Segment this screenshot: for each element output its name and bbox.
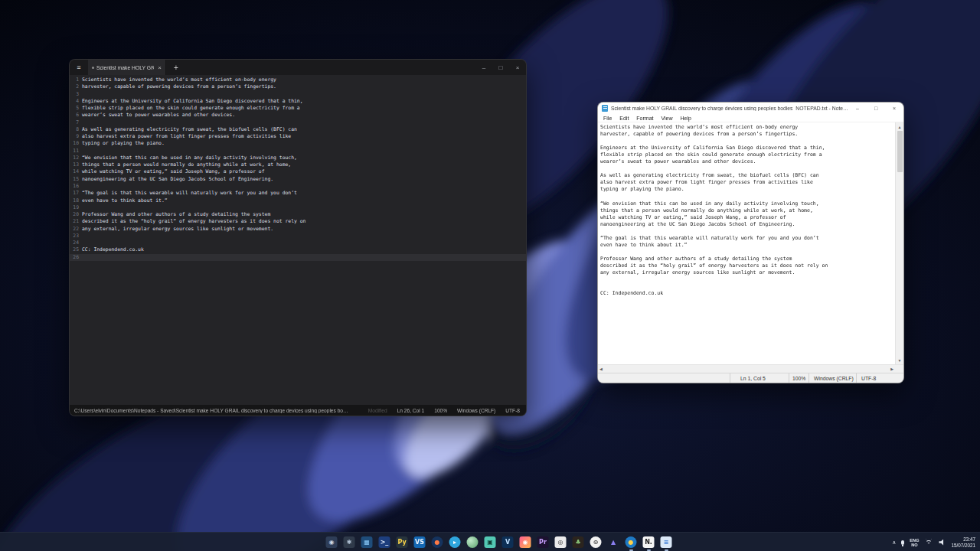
editor-line[interactable]: 21described it as the “holy grail” of en… xyxy=(70,218,526,225)
media-app-icon[interactable]: ● xyxy=(625,533,638,551)
start-button[interactable] xyxy=(308,533,321,551)
notepads-app-icon[interactable]: N. xyxy=(642,533,655,551)
wifi-icon[interactable] xyxy=(924,539,933,546)
notepads-titlebar[interactable]: ≡ Scientist make HOLY GRAI × + – □ × xyxy=(70,60,526,75)
editor-line[interactable]: 25CC: Independend.co.uk xyxy=(70,246,526,253)
menu-item-help[interactable]: Help xyxy=(677,116,695,121)
close-button[interactable]: × xyxy=(509,60,526,75)
editor-line[interactable]: 9also harvest extra power from light fin… xyxy=(70,133,526,140)
editor-line[interactable]: 26 xyxy=(70,254,526,261)
line-number: 5 xyxy=(70,105,82,112)
v-app-icon[interactable]: V xyxy=(501,533,514,551)
menu-bar: FileEditFormatViewHelp xyxy=(598,114,903,122)
editor-line[interactable]: 11 xyxy=(70,148,526,155)
editor-line[interactable]: 20Professor Wang and other authors of a … xyxy=(70,211,526,218)
recorder-app-icon[interactable]: ◎ xyxy=(554,533,567,551)
maximize-button[interactable]: □ xyxy=(867,103,885,114)
editor-line[interactable]: 17“The goal is that this wearable will n… xyxy=(70,190,526,197)
chat-bot-app-icon[interactable]: ▣ xyxy=(484,533,497,551)
tab-close-icon[interactable]: × xyxy=(156,64,162,71)
file-path[interactable]: C:\Users\elvin\Documents\Notepads - Save… xyxy=(74,408,358,413)
notepads-app-icon: N. xyxy=(643,536,655,548)
line-text: Engineers at the University of Californi… xyxy=(82,98,303,105)
python-terminal-icon[interactable]: Py xyxy=(396,533,409,551)
premiere-pro-icon[interactable]: Pr xyxy=(537,533,550,551)
menu-item-view[interactable]: View xyxy=(658,116,677,121)
editor-line[interactable]: 24 xyxy=(70,240,526,246)
encoding[interactable]: UTF-8 xyxy=(505,408,520,413)
editor-line[interactable]: 5flexible strip placed on the skin could… xyxy=(70,105,526,112)
editor-line[interactable]: 2harvester, capable of powering devices … xyxy=(70,83,526,90)
new-tab-button[interactable]: + xyxy=(166,64,186,72)
editor-line[interactable]: 15nanoengineering at the UC San Diego Ja… xyxy=(70,176,526,183)
menu-item-edit[interactable]: Edit xyxy=(616,116,632,121)
editor-line[interactable]: 12“We envision that this can be used in … xyxy=(70,155,526,161)
menu-item-file[interactable]: File xyxy=(599,116,616,121)
plant-app-icon[interactable]: ♣ xyxy=(572,533,585,551)
scroll-up-icon[interactable]: ▲ xyxy=(896,122,903,131)
line-text: Scientists have invented the world’s mos… xyxy=(82,77,276,83)
editor-line[interactable]: 4Engineers at the University of Californ… xyxy=(70,98,526,105)
media-app-icon: ● xyxy=(626,536,637,548)
photos-app-icon[interactable]: ▦ xyxy=(361,533,374,551)
line-number: 11 xyxy=(70,148,82,155)
account-search-icon[interactable]: ⊙ xyxy=(590,533,603,551)
browser-app-icon: ● xyxy=(432,536,443,548)
prism-app-icon[interactable]: ▲ xyxy=(607,533,620,551)
editor-line[interactable]: 18even have to think about it.” xyxy=(70,197,526,204)
zoom-level[interactable]: 100% xyxy=(434,408,447,413)
editor-line[interactable]: 16 xyxy=(70,183,526,190)
vertical-scrollbar[interactable]: ▲ ▼ xyxy=(895,122,903,364)
close-button[interactable]: × xyxy=(885,103,903,114)
running-indicator xyxy=(647,549,651,551)
cursor-position[interactable]: Ln 26, Col 1 xyxy=(397,408,425,413)
globe-app-icon[interactable] xyxy=(466,533,479,551)
scroll-down-icon[interactable]: ▼ xyxy=(896,356,903,364)
settings-gear-icon[interactable]: ✱ xyxy=(343,533,356,551)
minimize-button[interactable]: – xyxy=(475,60,492,75)
notepad-titlebar[interactable]: Scientist make HOLY GRAIL discovery to c… xyxy=(598,103,903,114)
text-editor[interactable]: 1Scientists have invented the world’s mo… xyxy=(70,75,526,405)
speaker-icon[interactable] xyxy=(939,540,946,546)
editor-line[interactable]: 22any external, irregular energy sources… xyxy=(70,226,526,233)
clock[interactable]: 23:47 15/07/2021 xyxy=(951,536,975,548)
text-area[interactable]: Scientists have invented the world’s mos… xyxy=(598,122,895,364)
scroll-left-icon[interactable]: ◀ xyxy=(599,367,603,371)
scroll-right-icon[interactable]: ▶ xyxy=(890,367,893,371)
language-indicator[interactable]: ENG NO xyxy=(910,538,919,547)
horizontal-scrollbar[interactable]: ◀ ▶ xyxy=(598,364,895,373)
editor-line[interactable]: 14while watching TV or eating,” said Jos… xyxy=(70,168,526,175)
editor-line[interactable]: 23 xyxy=(70,233,526,240)
editor-line[interactable]: 8As well as generating electricity from … xyxy=(70,126,526,133)
hamburger-menu-icon[interactable]: ≡ xyxy=(70,64,88,71)
line-number: 22 xyxy=(70,226,82,233)
menu-item-format[interactable]: Format xyxy=(632,116,657,121)
vscode-icon[interactable]: VS xyxy=(413,533,426,551)
editor-line[interactable]: 19 xyxy=(70,204,526,211)
editor-line[interactable]: 13things that a person would normally do… xyxy=(70,161,526,168)
camera-app-icon[interactable]: ◉ xyxy=(519,533,532,551)
editor-line[interactable]: 3 xyxy=(70,91,526,98)
editor-line[interactable]: 10typing or playing the piano. xyxy=(70,140,526,147)
notepad-app-icon[interactable]: ≡ xyxy=(660,533,673,551)
minimize-button[interactable]: – xyxy=(848,103,867,114)
chat-bot-app-icon: ▣ xyxy=(485,536,496,548)
editor-line[interactable]: 7 xyxy=(70,119,526,126)
editor-line[interactable]: 6wearer’s sweat to power wearables and o… xyxy=(70,112,526,119)
powershell-icon[interactable]: >_ xyxy=(378,533,391,551)
line-number: 25 xyxy=(70,246,82,253)
tray-chevron-up-icon[interactable]: ∧ xyxy=(892,540,896,546)
scrollbar-thumb[interactable] xyxy=(897,131,903,172)
browser-app-icon[interactable]: ● xyxy=(431,533,444,551)
cursor-position: Ln 1, Col 5 xyxy=(730,373,789,383)
line-text: even have to think about it.” xyxy=(82,197,168,204)
line-ending[interactable]: Windows (CRLF) xyxy=(457,408,495,413)
line-text: “We envision that this can be used in an… xyxy=(82,155,297,161)
microphone-icon[interactable] xyxy=(901,540,904,545)
user-account-icon[interactable]: ◉ xyxy=(325,533,338,551)
maximize-button[interactable]: □ xyxy=(492,60,509,75)
telegram-icon[interactable]: ▸ xyxy=(449,533,462,551)
line-text: also harvest extra power from light fing… xyxy=(82,133,291,140)
tab-document[interactable]: Scientist make HOLY GRAI × xyxy=(88,60,166,75)
editor-line[interactable]: 1Scientists have invented the world’s mo… xyxy=(70,77,526,83)
